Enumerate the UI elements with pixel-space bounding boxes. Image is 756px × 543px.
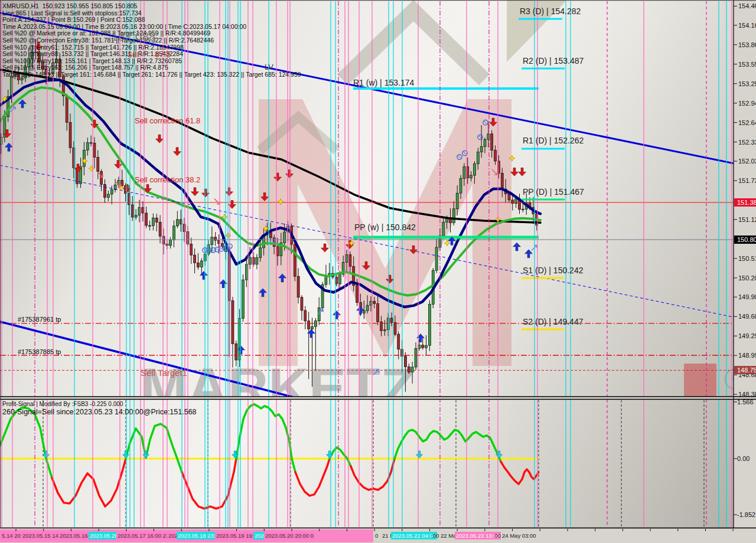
candle-body bbox=[442, 222, 445, 235]
buy-arrow-icon bbox=[19, 100, 27, 108]
sell-arrow-icon bbox=[226, 188, 233, 196]
candle-body bbox=[21, 78, 23, 80]
sell-arrow-icon bbox=[321, 244, 329, 252]
signal-arrow-icon bbox=[416, 451, 423, 458]
candle-body bbox=[131, 205, 133, 217]
candle-body bbox=[394, 322, 396, 334]
candle-body bbox=[477, 152, 479, 164]
chart-canvas[interactable]: MARKETZSIT bbox=[0, 0, 756, 543]
candle-body bbox=[508, 194, 510, 200]
candle-body bbox=[176, 220, 178, 226]
candle-body bbox=[173, 226, 175, 240]
oscillator-line bbox=[295, 459, 330, 496]
candle-body bbox=[245, 264, 247, 280]
candle-body bbox=[387, 318, 389, 330]
candle-body bbox=[41, 62, 44, 70]
candle-body bbox=[48, 74, 51, 74]
candle-body bbox=[159, 222, 161, 236]
candle-body bbox=[366, 305, 369, 310]
trading-terminal-window: MARKETZSIT XMRUSD,H1 150.923 150.955 150… bbox=[0, 0, 756, 543]
candle-body bbox=[390, 318, 393, 323]
candle-body bbox=[97, 158, 99, 172]
candle-body bbox=[356, 286, 359, 303]
candle-body bbox=[463, 167, 465, 179]
candle-body bbox=[452, 209, 455, 223]
candle-body bbox=[104, 185, 106, 198]
candle-body bbox=[383, 330, 386, 331]
candle-body bbox=[90, 143, 92, 143]
candle-body bbox=[86, 143, 89, 151]
hollow-sell-arrow-icon bbox=[214, 199, 220, 204]
star-icon bbox=[89, 165, 94, 171]
sell-arrow-icon bbox=[511, 168, 519, 176]
candle-body bbox=[470, 175, 472, 178]
candle-body bbox=[149, 225, 151, 226]
candle-body bbox=[145, 213, 148, 225]
time-axis-highlight bbox=[0, 529, 373, 542]
logo-m-watermark bbox=[259, 99, 511, 366]
indicator-pane[interactable] bbox=[0, 400, 704, 526]
candle-body bbox=[501, 174, 503, 189]
candle-body bbox=[194, 255, 196, 263]
candle-body bbox=[197, 263, 199, 267]
oscillator-line bbox=[236, 404, 295, 472]
candle-body bbox=[24, 67, 27, 77]
candle-body bbox=[100, 172, 103, 185]
candle-body bbox=[155, 218, 158, 222]
candle-body bbox=[311, 326, 314, 329]
oscillator-line bbox=[501, 462, 539, 484]
candle-body bbox=[28, 58, 30, 67]
candle-body bbox=[200, 261, 203, 267]
candle-body bbox=[511, 200, 514, 204]
candle-body bbox=[114, 185, 116, 189]
price-axis-strip[interactable] bbox=[734, 0, 756, 529]
candle-body bbox=[232, 300, 234, 344]
candle-body bbox=[170, 240, 172, 246]
candle-body bbox=[425, 345, 428, 348]
candle-body bbox=[211, 237, 213, 245]
candle-body bbox=[349, 255, 351, 267]
sell-arrow-icon bbox=[156, 135, 164, 143]
candle-body bbox=[297, 276, 299, 297]
candle-body bbox=[491, 134, 493, 151]
candle-body bbox=[242, 280, 245, 318]
candle-body bbox=[256, 258, 258, 264]
oscillator-line bbox=[52, 459, 126, 506]
candle-body bbox=[404, 356, 406, 367]
candle-body bbox=[415, 348, 417, 367]
candle-body bbox=[31, 52, 34, 58]
candle-body bbox=[284, 232, 286, 243]
candle-body bbox=[397, 334, 400, 349]
candle-body bbox=[484, 139, 486, 146]
oscillator bbox=[0, 404, 539, 509]
candle-body bbox=[422, 345, 424, 348]
wedge-watermark bbox=[507, 0, 567, 62]
oscillator-line bbox=[395, 430, 501, 462]
candle-body bbox=[235, 344, 237, 360]
candle-body bbox=[135, 215, 137, 217]
candle-body bbox=[428, 305, 431, 346]
chevron-watermark bbox=[343, 11, 484, 80]
candle-body bbox=[338, 274, 341, 284]
buy-arrow-icon bbox=[200, 272, 208, 280]
candle-body bbox=[110, 189, 113, 194]
candle-body bbox=[494, 150, 497, 161]
candle-body bbox=[460, 178, 462, 193]
candle-body bbox=[408, 367, 410, 372]
candle-body bbox=[370, 302, 372, 306]
candle-body bbox=[411, 367, 413, 372]
star-icon bbox=[82, 158, 87, 163]
candle-body bbox=[377, 304, 379, 322]
candle-body bbox=[152, 218, 154, 225]
buy-arrow-icon bbox=[5, 143, 13, 151]
candle-body bbox=[142, 208, 144, 213]
price-pane[interactable]: MARKETZSIT bbox=[0, 0, 756, 419]
candle-body bbox=[259, 248, 262, 258]
candle-body bbox=[66, 96, 68, 122]
candle-body bbox=[93, 143, 96, 157]
buy-arrow-icon bbox=[333, 311, 341, 319]
oscillator-line bbox=[351, 459, 395, 490]
oscillator-line bbox=[330, 447, 351, 466]
oscillator-line bbox=[0, 407, 52, 477]
candle-body bbox=[56, 60, 58, 63]
